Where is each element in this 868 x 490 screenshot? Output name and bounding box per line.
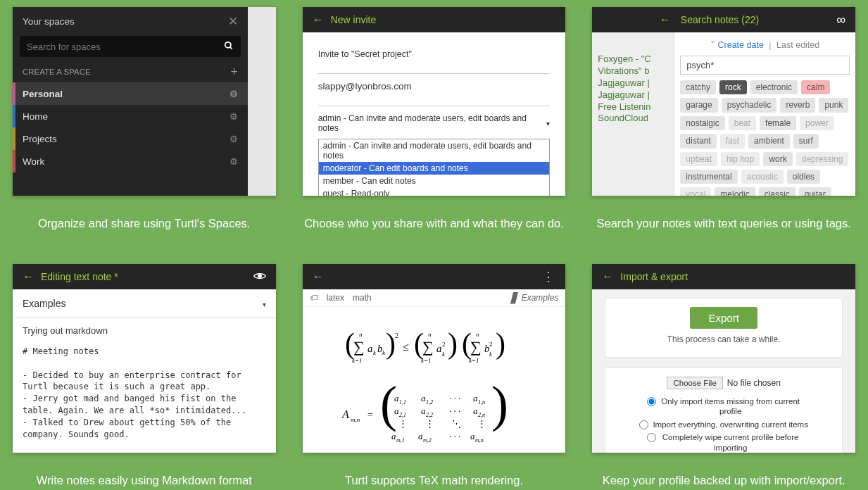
svg-text:⋮: ⋮ bbox=[425, 418, 434, 429]
note-title-input[interactable]: Trying out markdown bbox=[13, 318, 276, 339]
filter-tag[interactable]: catchy bbox=[680, 80, 716, 94]
svg-text:a: a bbox=[436, 343, 442, 354]
back-icon[interactable] bbox=[602, 270, 613, 283]
svg-point-0 bbox=[225, 42, 231, 47]
email-field[interactable]: slappy@lyonbros.com bbox=[318, 74, 551, 106]
more-icon[interactable]: ⋮ bbox=[542, 269, 555, 284]
filter-tag[interactable]: garage bbox=[680, 98, 717, 112]
space-item[interactable]: Projects⚙ bbox=[13, 127, 248, 150]
gear-icon[interactable]: ⚙ bbox=[229, 156, 238, 167]
filter-tag[interactable]: distant bbox=[680, 134, 716, 148]
filter-tag[interactable]: nostalgic bbox=[680, 116, 724, 130]
plus-icon[interactable]: + bbox=[230, 65, 238, 78]
space-item[interactable]: Home⚙ bbox=[13, 105, 248, 127]
caption: Search your notes with text queries or u… bbox=[592, 217, 855, 230]
back-icon[interactable] bbox=[313, 13, 324, 26]
filter-tag[interactable]: guitar bbox=[799, 187, 831, 196]
invite-to: Invite to "Secret project" bbox=[318, 42, 551, 73]
gear-icon[interactable]: ⚙ bbox=[229, 89, 238, 99]
header-title: Import & export bbox=[620, 271, 688, 282]
filter-tag[interactable]: oldies bbox=[787, 170, 820, 184]
note-body-input[interactable]: # Meeting notes - Decided to buy an ente… bbox=[13, 339, 276, 453]
filter-tag[interactable]: reverb bbox=[780, 98, 815, 112]
svg-text:2: 2 bbox=[395, 332, 398, 339]
role-option[interactable]: admin - Can invite and moderate users, e… bbox=[319, 139, 550, 162]
filter-tag[interactable]: classic bbox=[759, 187, 795, 196]
role-option[interactable]: member - Can edit notes bbox=[319, 175, 550, 187]
gear-icon[interactable]: ⚙ bbox=[229, 111, 238, 122]
filter-tag[interactable]: hip hop bbox=[721, 152, 760, 166]
note-tag[interactable]: math bbox=[353, 293, 372, 303]
gear-icon[interactable]: ⚙ bbox=[229, 134, 238, 144]
space-item[interactable]: Personal⚙ bbox=[13, 82, 248, 105]
svg-text:m,n: m,n bbox=[475, 437, 484, 444]
svg-text:≤: ≤ bbox=[403, 341, 409, 353]
import-option-1[interactable] bbox=[647, 397, 656, 406]
infinity-icon[interactable]: ∞ bbox=[836, 13, 845, 27]
svg-text:a: a bbox=[421, 406, 426, 416]
svg-point-2 bbox=[258, 275, 261, 278]
note-tag[interactable]: latex bbox=[327, 293, 344, 303]
filter-tag[interactable]: power bbox=[800, 116, 834, 130]
header-title: Search notes (22) bbox=[681, 14, 759, 25]
filter-tag[interactable]: beat bbox=[729, 116, 756, 130]
sort-row[interactable]: ˅ Create date | Last edited bbox=[680, 37, 850, 56]
back-icon[interactable] bbox=[660, 13, 671, 26]
role-select[interactable]: admin - Can invite and moderate users, e… bbox=[318, 113, 551, 139]
filter-tag[interactable]: work bbox=[763, 152, 792, 166]
svg-text:⋱: ⋱ bbox=[452, 418, 461, 429]
import-option-2[interactable] bbox=[639, 420, 648, 429]
svg-text:k: k bbox=[489, 351, 493, 358]
role-option[interactable]: moderator - Can edit boards and notes bbox=[319, 162, 550, 175]
search-spaces-input[interactable]: Search for spaces bbox=[20, 36, 241, 57]
export-button[interactable]: Export bbox=[690, 307, 757, 329]
header-title: Editing text note * bbox=[41, 271, 118, 282]
filter-tag[interactable]: surf bbox=[793, 134, 819, 148]
back-icon[interactable] bbox=[23, 270, 34, 283]
board-label[interactable]: Examples bbox=[522, 293, 559, 303]
filter-tag[interactable]: melodic bbox=[715, 187, 755, 196]
filter-tag[interactable]: electronic bbox=[750, 80, 798, 94]
filter-tag[interactable]: depressing bbox=[796, 152, 849, 166]
svg-text:a: a bbox=[394, 406, 399, 416]
preview-icon[interactable] bbox=[253, 271, 266, 282]
filter-tag[interactable]: psychadelic bbox=[722, 98, 777, 112]
filter-tag[interactable]: vocal bbox=[680, 187, 711, 196]
filter-tag[interactable]: instrumental bbox=[680, 170, 737, 184]
tex-card: ⋮ 🏷 latex math ▋ Examples ( n ∑ k=1 ak b… bbox=[303, 264, 566, 453]
board-select[interactable]: Examples bbox=[23, 298, 65, 309]
filter-tag[interactable]: ambient bbox=[748, 134, 790, 148]
svg-text:1,n: 1,n bbox=[478, 399, 485, 406]
filter-tag[interactable]: punk bbox=[819, 98, 848, 112]
svg-text:k: k bbox=[373, 349, 377, 356]
close-icon[interactable]: ✕ bbox=[228, 14, 238, 29]
space-item[interactable]: Work⚙ bbox=[13, 150, 248, 172]
file-status: No file chosen bbox=[727, 378, 781, 388]
role-dropdown[interactable]: admin - Can invite and moderate users, e… bbox=[318, 139, 551, 196]
spaces-title: Your spaces bbox=[23, 16, 75, 27]
filter-tag[interactable]: calm bbox=[801, 80, 830, 94]
svg-text:m,n: m,n bbox=[351, 416, 360, 423]
background-note-preview: Foxygen - "C Vibrations" b Jagjaguwar | … bbox=[592, 32, 674, 196]
filter-tag[interactable]: fast bbox=[720, 134, 745, 148]
filter-tag[interactable]: rock bbox=[719, 80, 747, 94]
filter-tag[interactable]: upbeat bbox=[680, 152, 717, 166]
svg-text:· · ·: · · · bbox=[449, 406, 460, 416]
caption: Keep your profile backed up with import/… bbox=[592, 474, 855, 487]
svg-text:): ) bbox=[448, 327, 458, 360]
filter-tag[interactable]: female bbox=[760, 116, 796, 130]
back-icon[interactable] bbox=[313, 270, 324, 283]
svg-line-1 bbox=[230, 46, 232, 49]
svg-text:· · ·: · · · bbox=[449, 393, 460, 403]
filter-tag[interactable]: acoustic bbox=[741, 170, 784, 184]
svg-text:): ) bbox=[496, 327, 505, 360]
invite-card: New invite Invite to "Secret project" sl… bbox=[303, 7, 566, 196]
search-card: Search notes (22) ∞ Foxygen - "C Vibrati… bbox=[592, 7, 855, 196]
import-option-3[interactable] bbox=[647, 433, 656, 442]
choose-file-button[interactable]: Choose File bbox=[667, 377, 722, 389]
search-icon[interactable] bbox=[224, 41, 234, 53]
search-input[interactable]: psych* bbox=[680, 56, 850, 75]
svg-text:a: a bbox=[418, 431, 423, 441]
svg-text:a: a bbox=[391, 431, 396, 441]
role-option[interactable]: guest - Read-only bbox=[319, 187, 550, 196]
